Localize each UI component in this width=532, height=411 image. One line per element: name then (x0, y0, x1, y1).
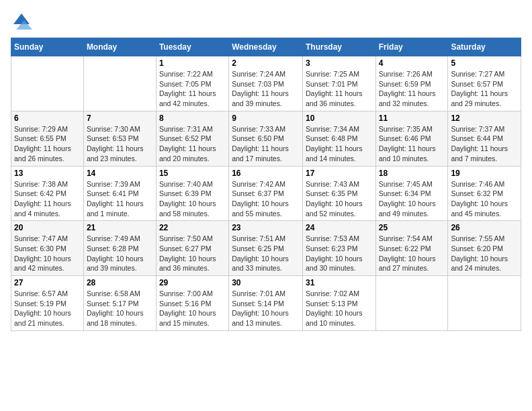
calendar-cell: 23Sunrise: 7:51 AM Sunset: 6:25 PM Dayli… (229, 221, 303, 276)
day-info: Sunrise: 7:02 AM Sunset: 5:13 PM Dayligh… (306, 289, 373, 328)
day-header-sunday: Sunday (11, 38, 84, 56)
day-number: 18 (379, 169, 445, 178)
calendar-cell: 24Sunrise: 7:53 AM Sunset: 6:23 PM Dayli… (302, 221, 375, 276)
day-info: Sunrise: 7:22 AM Sunset: 7:05 PM Dayligh… (159, 69, 226, 109)
calendar-cell: 7Sunrise: 7:30 AM Sunset: 6:53 PM Daylig… (83, 111, 156, 166)
day-info: Sunrise: 7:37 AM Sunset: 6:44 PM Dayligh… (451, 124, 518, 164)
day-info: Sunrise: 7:54 AM Sunset: 6:22 PM Dayligh… (379, 234, 445, 273)
day-info: Sunrise: 7:45 AM Sunset: 6:34 PM Dayligh… (379, 179, 445, 219)
day-number: 24 (306, 223, 373, 232)
calendar-cell: 4Sunrise: 7:26 AM Sunset: 6:59 PM Daylig… (375, 56, 448, 111)
calendar-cell: 25Sunrise: 7:54 AM Sunset: 6:22 PM Dayli… (375, 221, 448, 276)
calendar-body: 1Sunrise: 7:22 AM Sunset: 7:05 PM Daylig… (11, 56, 521, 331)
day-info: Sunrise: 6:58 AM Sunset: 5:17 PM Dayligh… (87, 289, 153, 328)
calendar-cell: 20Sunrise: 7:47 AM Sunset: 6:30 PM Dayli… (11, 221, 84, 276)
day-info: Sunrise: 7:34 AM Sunset: 6:48 PM Dayligh… (306, 124, 373, 164)
day-info: Sunrise: 7:30 AM Sunset: 6:53 PM Dayligh… (87, 124, 153, 164)
calendar-cell: 8Sunrise: 7:31 AM Sunset: 6:52 PM Daylig… (156, 111, 228, 166)
day-number: 21 (87, 223, 153, 232)
calendar-cell: 30Sunrise: 7:01 AM Sunset: 5:14 PM Dayli… (229, 276, 303, 331)
calendar-cell: 3Sunrise: 7:25 AM Sunset: 7:01 PM Daylig… (302, 56, 375, 111)
calendar-cell: 5Sunrise: 7:27 AM Sunset: 6:57 PM Daylig… (448, 56, 521, 111)
day-info: Sunrise: 7:51 AM Sunset: 6:25 PM Dayligh… (232, 234, 300, 273)
calendar-cell: 6Sunrise: 7:29 AM Sunset: 6:55 PM Daylig… (11, 111, 84, 166)
calendar-cell: 1Sunrise: 7:22 AM Sunset: 7:05 PM Daylig… (156, 56, 228, 111)
day-info: Sunrise: 7:53 AM Sunset: 6:23 PM Dayligh… (306, 234, 373, 273)
day-number: 4 (379, 58, 445, 68)
calendar-cell: 2Sunrise: 7:24 AM Sunset: 7:03 PM Daylig… (229, 56, 303, 111)
calendar-cell (448, 276, 521, 331)
calendar-cell: 31Sunrise: 7:02 AM Sunset: 5:13 PM Dayli… (302, 276, 375, 331)
day-info: Sunrise: 7:40 AM Sunset: 6:39 PM Dayligh… (159, 179, 226, 219)
day-header-thursday: Thursday (302, 38, 375, 56)
day-info: Sunrise: 7:47 AM Sunset: 6:30 PM Dayligh… (14, 234, 81, 273)
day-info: Sunrise: 7:55 AM Sunset: 6:20 PM Dayligh… (451, 234, 518, 273)
day-number: 9 (232, 113, 300, 123)
day-info: Sunrise: 7:49 AM Sunset: 6:28 PM Dayligh… (87, 234, 153, 273)
calendar-cell: 10Sunrise: 7:34 AM Sunset: 6:48 PM Dayli… (302, 111, 375, 166)
day-number: 19 (451, 169, 518, 178)
day-number: 11 (379, 113, 445, 123)
day-info: Sunrise: 7:35 AM Sunset: 6:46 PM Dayligh… (379, 124, 445, 164)
calendar-cell: 17Sunrise: 7:43 AM Sunset: 6:35 PM Dayli… (302, 166, 375, 221)
day-number: 1 (159, 58, 226, 68)
day-number: 10 (306, 113, 373, 123)
calendar-week-4: 20Sunrise: 7:47 AM Sunset: 6:30 PM Dayli… (11, 221, 521, 276)
day-number: 15 (159, 169, 226, 178)
calendar: SundayMondayTuesdayWednesdayThursdayFrid… (11, 38, 521, 331)
calendar-week-3: 13Sunrise: 7:38 AM Sunset: 6:42 PM Dayli… (11, 166, 521, 221)
day-number: 7 (87, 113, 153, 123)
day-number: 13 (14, 169, 81, 178)
day-number: 2 (232, 58, 300, 68)
logo (11, 11, 35, 32)
day-info: Sunrise: 7:00 AM Sunset: 5:16 PM Dayligh… (159, 289, 226, 328)
day-header-wednesday: Wednesday (229, 38, 303, 56)
day-info: Sunrise: 7:50 AM Sunset: 6:27 PM Dayligh… (159, 234, 226, 273)
day-number: 29 (159, 278, 226, 287)
calendar-header-row: SundayMondayTuesdayWednesdayThursdayFrid… (11, 38, 521, 56)
calendar-week-1: 1Sunrise: 7:22 AM Sunset: 7:05 PM Daylig… (11, 56, 521, 111)
day-info: Sunrise: 7:39 AM Sunset: 6:41 PM Dayligh… (87, 179, 153, 219)
day-number: 23 (232, 223, 300, 232)
calendar-cell: 18Sunrise: 7:45 AM Sunset: 6:34 PM Dayli… (375, 166, 448, 221)
calendar-week-5: 27Sunrise: 6:57 AM Sunset: 5:19 PM Dayli… (11, 276, 521, 331)
calendar-cell: 28Sunrise: 6:58 AM Sunset: 5:17 PM Dayli… (83, 276, 156, 331)
day-number: 31 (306, 278, 373, 287)
calendar-cell: 26Sunrise: 7:55 AM Sunset: 6:20 PM Dayli… (448, 221, 521, 276)
day-info: Sunrise: 7:24 AM Sunset: 7:03 PM Dayligh… (232, 69, 300, 109)
calendar-week-2: 6Sunrise: 7:29 AM Sunset: 6:55 PM Daylig… (11, 111, 521, 166)
calendar-cell: 19Sunrise: 7:46 AM Sunset: 6:32 PM Dayli… (448, 166, 521, 221)
calendar-cell: 16Sunrise: 7:42 AM Sunset: 6:37 PM Dayli… (229, 166, 303, 221)
day-info: Sunrise: 7:26 AM Sunset: 6:59 PM Dayligh… (379, 69, 445, 109)
day-info: Sunrise: 7:29 AM Sunset: 6:55 PM Dayligh… (14, 124, 81, 164)
day-info: Sunrise: 6:57 AM Sunset: 5:19 PM Dayligh… (14, 289, 81, 328)
day-info: Sunrise: 7:46 AM Sunset: 6:32 PM Dayligh… (451, 179, 518, 219)
day-info: Sunrise: 7:31 AM Sunset: 6:52 PM Dayligh… (159, 124, 226, 164)
day-number: 22 (159, 223, 226, 232)
calendar-cell: 21Sunrise: 7:49 AM Sunset: 6:28 PM Dayli… (83, 221, 156, 276)
day-number: 20 (14, 223, 81, 232)
calendar-cell: 29Sunrise: 7:00 AM Sunset: 5:16 PM Dayli… (156, 276, 228, 331)
calendar-cell: 27Sunrise: 6:57 AM Sunset: 5:19 PM Dayli… (11, 276, 84, 331)
day-header-saturday: Saturday (448, 38, 521, 56)
calendar-cell: 14Sunrise: 7:39 AM Sunset: 6:41 PM Dayli… (83, 166, 156, 221)
day-number: 30 (232, 278, 300, 287)
calendar-cell (375, 276, 448, 331)
day-info: Sunrise: 7:43 AM Sunset: 6:35 PM Dayligh… (306, 179, 373, 219)
calendar-cell: 9Sunrise: 7:33 AM Sunset: 6:50 PM Daylig… (229, 111, 303, 166)
calendar-cell: 11Sunrise: 7:35 AM Sunset: 6:46 PM Dayli… (375, 111, 448, 166)
calendar-cell (83, 56, 156, 111)
day-header-monday: Monday (83, 38, 156, 56)
day-info: Sunrise: 7:42 AM Sunset: 6:37 PM Dayligh… (232, 179, 300, 219)
day-number: 12 (451, 113, 518, 123)
calendar-cell (11, 56, 84, 111)
day-info: Sunrise: 7:27 AM Sunset: 6:57 PM Dayligh… (451, 69, 518, 109)
day-header-friday: Friday (375, 38, 448, 56)
calendar-cell: 15Sunrise: 7:40 AM Sunset: 6:39 PM Dayli… (156, 166, 228, 221)
day-number: 16 (232, 169, 300, 178)
day-number: 28 (87, 278, 153, 287)
day-header-tuesday: Tuesday (156, 38, 228, 56)
calendar-cell: 12Sunrise: 7:37 AM Sunset: 6:44 PM Dayli… (448, 111, 521, 166)
day-info: Sunrise: 7:33 AM Sunset: 6:50 PM Dayligh… (232, 124, 300, 164)
calendar-cell: 13Sunrise: 7:38 AM Sunset: 6:42 PM Dayli… (11, 166, 84, 221)
